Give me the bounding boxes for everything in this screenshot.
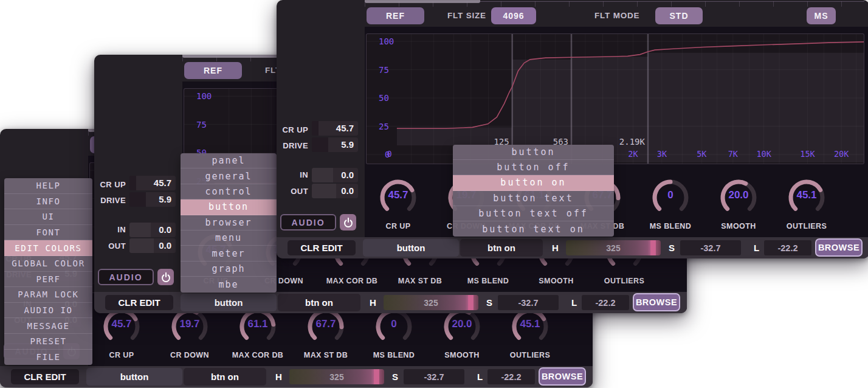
menu-item-meter[interactable]: meter [181, 246, 277, 261]
browse-button[interactable]: BROWSE [815, 238, 863, 257]
menu-item-perf[interactable]: PERF [4, 272, 92, 288]
menu-item-preset[interactable]: PRESET [4, 334, 92, 350]
menu-item-button-text-on[interactable]: button text on [453, 221, 614, 237]
menu-item-button[interactable]: button [453, 145, 614, 160]
lightness-label: L [754, 243, 759, 253]
menu-item-param-lock[interactable]: PARAM LOCK [4, 287, 92, 303]
sidebar-field-value[interactable]: 0.0 [312, 184, 358, 198]
menu-item-label: control [205, 186, 252, 197]
lightness-label: L [571, 297, 577, 308]
knob-outliers[interactable]: 45.1OUTLIERS [775, 173, 838, 234]
ref-button[interactable]: REF [367, 7, 424, 24]
y-axis-tick: 75 [196, 120, 207, 130]
power-button[interactable] [157, 269, 174, 285]
menu-item-label: AUDIO IO [24, 305, 72, 315]
menu-item-info[interactable]: INFO [4, 194, 92, 210]
hue-slider[interactable]: 325 [289, 369, 384, 384]
desktop: REF FLT SIZE 4096 FLT MODE STD MS 100755… [0, 0, 868, 388]
menu-item-audio-io[interactable]: AUDIO IO [4, 303, 92, 319]
field-number: 0.0 [159, 224, 171, 235]
knob-ms-blend[interactable]: 0MS BLEND [639, 173, 702, 234]
browse-button[interactable]: BROWSE [539, 367, 586, 386]
menu-item-label: FONT [36, 227, 60, 237]
category-menu: panelgeneralcontrolbuttonbrowsermenumete… [181, 153, 277, 293]
sidebar-field-value[interactable]: 45.7 [129, 176, 176, 190]
x-axis-tick: 7K [728, 149, 739, 159]
menu-item-label: HELP [36, 181, 60, 190]
audio-button[interactable]: AUDIO [98, 269, 154, 285]
lightness-value[interactable]: -22.2 [764, 240, 811, 255]
menu-item-label: button text [493, 193, 573, 204]
sidebar-field-value[interactable]: 0.0 [312, 168, 358, 182]
knob-smooth[interactable]: 20.0SMOOTH [707, 173, 770, 234]
target-element-dropdown[interactable]: button [86, 368, 182, 386]
target-item-dropdown[interactable]: btn on [278, 294, 360, 311]
menu-item-button[interactable]: button [181, 199, 277, 215]
menu-item-button-off[interactable]: button off [453, 160, 614, 175]
lightness-value[interactable]: -22.2 [487, 369, 535, 384]
menu-item-font[interactable]: FONT [4, 225, 92, 241]
sidebar-field-label: CR UP [94, 180, 126, 189]
target-item-dropdown[interactable]: btn on [184, 368, 266, 386]
menu-item-file[interactable]: FILE [4, 350, 92, 365]
hue-slider[interactable]: 325 [384, 295, 478, 310]
knob-label: MAX COR DB [314, 277, 390, 285]
menu-item-browser[interactable]: browser [181, 215, 277, 230]
target-item-dropdown[interactable]: btn on [460, 239, 543, 257]
drag-fill [129, 192, 146, 207]
spectrum-graph[interactable]: 100755025002K3K5K7K10K15K20K1255632.19K [366, 33, 864, 164]
menu-item-button-text-off[interactable]: button text off [453, 206, 614, 221]
target-element-dropdown[interactable]: button [363, 239, 459, 257]
audio-button[interactable]: AUDIO [280, 214, 336, 230]
scrollbar-thumb[interactable] [365, 0, 480, 3]
target-element-dropdown[interactable]: button [181, 294, 277, 311]
saturation-value[interactable]: -32.7 [404, 369, 464, 384]
menu-item-mbe[interactable]: mbe [181, 277, 277, 292]
menu-item-graph[interactable]: graph [181, 262, 277, 277]
sidebar-field-value[interactable]: 45.7 [312, 121, 358, 136]
clr-edit-button[interactable]: CLR EDIT [288, 240, 356, 255]
saturation-value[interactable]: -32.7 [680, 240, 741, 255]
menu-item-button-text[interactable]: button text [453, 191, 614, 206]
drag-fill [312, 137, 328, 152]
knob-value: 0 [639, 189, 702, 201]
menu-item-message[interactable]: MESSAGE [4, 318, 92, 334]
power-button[interactable] [340, 214, 356, 230]
menu-item-edit-colors[interactable]: EDIT COLORS [4, 240, 92, 256]
knob-value: 45.7 [367, 189, 430, 201]
browse-button[interactable]: BROWSE [633, 293, 680, 311]
x-axis-tick: 10K [756, 149, 771, 159]
knob-label: MS BLEND [450, 277, 526, 285]
knob-cr-up[interactable]: 45.7CR UP [367, 173, 430, 234]
band-boundary-label: 2.19K [619, 137, 646, 147]
flt-mode-std-button[interactable]: STD [655, 7, 703, 24]
sidebar-field-value[interactable]: 0.0 [129, 223, 176, 237]
menu-item-button-on[interactable]: button on [453, 175, 614, 190]
sidebar-field-value[interactable]: 0.0 [129, 238, 176, 253]
menu-item-control[interactable]: control [181, 184, 277, 199]
knob-label: MAX ST DB [288, 351, 363, 359]
sidebar-field-value[interactable]: 5.9 [129, 192, 176, 207]
menu-item-general[interactable]: general [181, 168, 277, 184]
lightness-value[interactable]: -22.2 [582, 295, 629, 310]
ms-button[interactable]: MS [807, 7, 836, 24]
menu-item-label: mbe [218, 279, 238, 290]
hue-slider[interactable]: 325 [566, 240, 661, 255]
knob-label: OUTLIERS [492, 351, 568, 359]
clr-edit-button[interactable]: CLR EDIT [11, 369, 79, 384]
main-menu: HELPINFOUIFONTEDIT COLORSGLOBAL COLORPER… [4, 178, 92, 365]
menu-item-menu[interactable]: menu [181, 230, 277, 246]
sidebar-field-label: CR UP [277, 125, 308, 134]
plugin-window: REF FLT SIZE 4096 FLT MODE STD MS 100755… [277, 0, 868, 258]
menu-item-ui[interactable]: UI [4, 209, 92, 225]
ref-button[interactable]: REF [184, 62, 242, 79]
sidebar-field-value[interactable]: 5.9 [312, 137, 358, 152]
menu-item-panel[interactable]: panel [181, 153, 277, 168]
knob-label: CR DOWN [152, 351, 227, 359]
saturation-value[interactable]: -32.7 [498, 295, 559, 310]
field-number: 0.0 [159, 240, 171, 251]
menu-item-help[interactable]: HELP [4, 178, 92, 194]
clr-edit-button[interactable]: CLR EDIT [105, 295, 173, 310]
flt-size-value-button[interactable]: 4096 [491, 7, 536, 24]
menu-item-global-color[interactable]: GLOBAL COLOR [4, 256, 92, 272]
